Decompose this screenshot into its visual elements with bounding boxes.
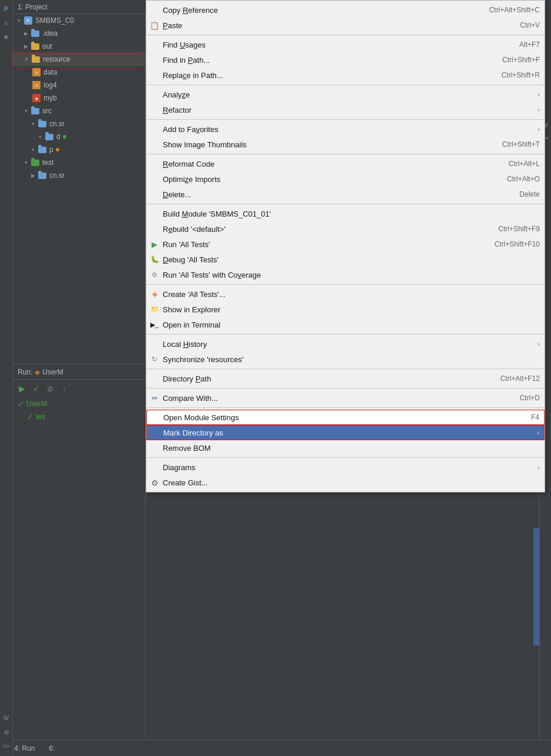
shortcut-paste: Ctrl+V <box>520 21 540 29</box>
test-label-tes: tes <box>36 413 45 421</box>
menu-item-refactor[interactable]: Refactor › <box>146 102 545 117</box>
bottom-bar: ▶ 4: Run 6: <box>0 740 551 756</box>
shortcut-copy-reference: Ctrl+Alt+Shift+C <box>489 6 540 14</box>
menu-item-find-in-path[interactable]: Find in Path... Ctrl+Shift+F <box>146 52 545 68</box>
run-play-button[interactable]: ▶ <box>15 382 28 395</box>
separator-6 <box>146 284 545 285</box>
menu-label-create-all-tests: Create 'All Tests'... <box>163 290 226 299</box>
menu-label-run-coverage: Run 'All Tests' with Coverage <box>163 271 261 279</box>
menu-item-show-image-thumbnails[interactable]: Show Image Thumbnails Ctrl+Shift+T <box>146 137 545 152</box>
test-item-userm[interactable]: ✓ UserM <box>13 397 146 410</box>
run-down-button[interactable]: ↓ <box>58 382 70 395</box>
menu-item-local-history[interactable]: Local History › <box>146 336 545 352</box>
folder-icon-p <box>38 145 47 154</box>
tree-item-log4[interactable]: ≋ log4 <box>13 79 146 92</box>
bottom-terminal-button[interactable]: 6: <box>46 743 57 754</box>
shortcut-delete: Delete <box>519 190 540 198</box>
menu-item-build-module[interactable]: Build Module 'SMBMS_C01_01' <box>146 206 545 221</box>
tree-label-d: d <box>56 133 61 141</box>
menu-item-debug-all-tests[interactable]: 🐛 Debug 'All Tests' <box>146 252 545 267</box>
sidebar-icon-web[interactable]: W <box>1 713 12 723</box>
menu-item-copy-reference[interactable]: Copy Reference Ctrl+Alt+Shift+C <box>146 2 545 18</box>
tree-item-myb[interactable]: ◈ myb <box>13 92 146 104</box>
menu-item-run-all-tests[interactable]: ▶ Run 'All Tests' Ctrl+Shift+F10 <box>146 237 545 252</box>
menu-label-show-in-explorer: Show in Explorer <box>163 305 220 314</box>
tree-item-cnsr1[interactable]: ▾ cn.sr <box>13 117 146 130</box>
menu-item-diagrams[interactable]: Diagrams › <box>146 460 545 475</box>
menu-item-delete[interactable]: Delete... Delete <box>146 187 545 202</box>
tree-item-src[interactable]: ▾ src <box>13 104 146 117</box>
arrow-mark-directory-as: › <box>537 429 539 436</box>
menu-item-directory-path[interactable]: Directory Path Ctrl+Alt+F12 <box>146 371 545 386</box>
explorer-icon: 📁 <box>150 305 159 314</box>
menu-item-find-usages[interactable]: Find Usages Alt+F7 <box>146 37 545 52</box>
menu-label-refactor: Refactor <box>163 106 191 114</box>
menu-item-compare-with[interactable]: ⇔ Compare With... Ctrl+D <box>146 390 545 406</box>
menu-item-open-module-settings[interactable]: Open Module Settings F4 <box>146 410 545 425</box>
menu-item-run-coverage[interactable]: ⚙ Run 'All Tests' with Coverage <box>146 267 545 282</box>
left-panel: P ≡ ★ W ⊞ >> 1: Project ▾ P SMBMS_C0 ▶ .… <box>0 0 146 756</box>
menu-label-delete: Delete... <box>163 190 191 199</box>
menu-item-open-in-terminal[interactable]: ▶_ Open in Terminal <box>146 317 545 332</box>
shortcut-find-usages: Alt+F7 <box>519 41 540 49</box>
shortcut-directory-path: Ctrl+Alt+F12 <box>500 374 540 383</box>
menu-item-add-to-favorites[interactable]: Add to Favorites › <box>146 122 545 137</box>
menu-item-rebuild[interactable]: Rebuild '<default>' Ctrl+Shift+F9 <box>146 221 545 237</box>
bottom-run-label: 4: Run <box>14 744 35 752</box>
menu-item-analyze[interactable]: Analyze › <box>146 87 545 102</box>
shortcut-compare-with: Ctrl+D <box>520 394 540 402</box>
tree-arrow-p: ▾ <box>29 146 36 153</box>
check-icon-tes: ✓ <box>27 413 33 421</box>
tree-item-cnsr2[interactable]: ▶ cn.sr <box>13 169 146 182</box>
tree-label-resources: resource <box>43 55 70 63</box>
menu-label-add-to-favorites: Add to Favorites <box>163 125 219 134</box>
menu-item-remove-bom[interactable]: Remove BOM <box>146 440 545 455</box>
sidebar-icon-bottom[interactable]: ⊞ <box>1 727 12 737</box>
tree-label-idea: .idea <box>42 29 58 38</box>
tree-label-out: out <box>42 42 52 50</box>
run-user-label: UserM <box>42 368 63 376</box>
menu-item-create-gist[interactable]: ⊙ Create Gist... <box>146 475 545 490</box>
tree-item-idea[interactable]: ▶ .idea <box>13 27 146 40</box>
arrow-refactor: › <box>537 106 540 113</box>
tree-item-test[interactable]: ▾ test <box>13 156 146 169</box>
run-cancel-button[interactable]: ⊘ <box>43 382 56 395</box>
menu-item-optimize-imports[interactable]: Optimize Imports Ctrl+Alt+O <box>146 171 545 187</box>
menu-item-synchronize[interactable]: ↻ Synchronize 'resources' <box>146 352 545 367</box>
menu-item-replace-in-path[interactable]: Replace in Path... Ctrl+Shift+R <box>146 68 545 83</box>
tree-arrow-out: ▶ <box>22 43 29 50</box>
separator-1 <box>146 35 545 35</box>
arrow-analyze: › <box>537 91 540 98</box>
run-check-button[interactable]: ✓ <box>29 382 42 395</box>
tree-item-out[interactable]: ▶ out <box>13 40 146 53</box>
tree-item-data[interactable]: ≋ data <box>13 66 146 79</box>
menu-item-show-in-explorer[interactable]: 📁 Show in Explorer <box>146 302 545 317</box>
menu-item-paste[interactable]: 📋 Paste Ctrl+V <box>146 18 545 33</box>
test-item-tes[interactable]: ✓ tes <box>13 410 146 423</box>
menu-item-reformat-code[interactable]: Reformat Code Ctrl+Alt+L <box>146 156 545 171</box>
sidebar-icon-project[interactable]: P <box>1 4 12 14</box>
shortcut-rebuild: Ctrl+Shift+F9 <box>498 225 540 233</box>
sidebar-icon-structure[interactable]: ≡ <box>1 18 12 28</box>
tree-item-d[interactable]: ▾ d <box>13 130 146 143</box>
menu-item-mark-directory-as[interactable]: Mark Directory as › <box>146 425 545 440</box>
menu-item-create-all-tests[interactable]: ◈ Create 'All Tests'... <box>146 286 545 302</box>
sync-icon: ↻ <box>150 355 159 364</box>
menu-label-replace-in-path: Replace in Path... <box>163 71 223 80</box>
tree-item-root[interactable]: ▾ P SMBMS_C0 <box>13 14 146 27</box>
file-icon-log4: ≋ <box>32 80 41 90</box>
separator-4 <box>146 154 545 154</box>
folder-icon-idea <box>31 29 40 38</box>
sidebar-icon-favorites[interactable]: ★ <box>1 32 12 42</box>
tree-item-p[interactable]: ▾ p <box>13 143 146 156</box>
separator-3 <box>146 119 545 120</box>
menu-label-mark-directory-as: Mark Directory as <box>163 428 223 437</box>
run-panel: Run: ◈ UserM ▶ ✓ ⊘ ↓ ✓ UserM ✓ tes <box>13 364 146 481</box>
menu-label-synchronize: Synchronize 'resources' <box>163 355 243 364</box>
project-panel-header: 1: Project <box>13 0 146 14</box>
tree-arrow-idea: ▶ <box>22 30 29 37</box>
menu-label-build-module: Build Module 'SMBMS_C01_01' <box>163 210 271 218</box>
sidebar-icon-expand[interactable]: >> <box>1 741 12 751</box>
tree-label-data: data <box>43 68 57 76</box>
tree-item-resources[interactable]: ▾ resource <box>13 53 146 66</box>
